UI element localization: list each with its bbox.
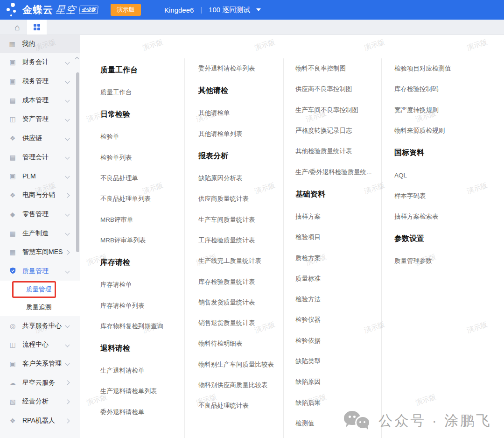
sidebar-subitem-quality-management-sub[interactable]: 质量管理 — [0, 281, 80, 298]
sidebar-item-label: 星空云服务 — [22, 379, 66, 387]
menu-column-4: 检验项目对应检测值库存检验控制码宽严度转换规则物料来源质检规则国标资料AQL样本… — [382, 58, 504, 438]
menu-item[interactable]: 不良品处理单列表 — [100, 189, 184, 209]
menu-item[interactable]: 物料来源质检规则 — [394, 120, 504, 141]
menu-item[interactable]: 供应商质量统计表 — [198, 189, 283, 209]
menu-item[interactable]: 生产线完工质量统计表 — [198, 251, 283, 271]
menu-item[interactable]: 库存检验控制码 — [394, 79, 504, 99]
menu-item[interactable]: 样本字码表 — [394, 185, 504, 206]
menu-item[interactable]: 生产退料请检单列表 — [100, 381, 184, 402]
menu-item[interactable]: 缺陷后果 — [295, 392, 381, 413]
menu-item[interactable]: AQL — [394, 165, 504, 185]
sidebar-item-business-analysis[interactable]: ▧经营分析 — [0, 392, 80, 411]
sidebar-item-finance-accounting[interactable]: ▣财务会计 — [0, 53, 80, 72]
menu-item[interactable]: 生产退料请检单 — [100, 360, 184, 381]
chevron-down-icon — [65, 136, 70, 141]
menu-item[interactable]: 供应商不良率控制图 — [295, 79, 381, 99]
analytics-chart-icon: ▧ — [9, 398, 16, 405]
menu-item[interactable]: 其他请检单列表 — [198, 124, 283, 144]
sidebar-item-label: 资产管理 — [22, 115, 66, 123]
sidebar-item-label: 质量管理 — [22, 267, 66, 276]
chevron-right-icon — [65, 418, 70, 423]
sidebar-item-retail-management[interactable]: ◆零售管理 — [0, 205, 80, 224]
menu-item[interactable]: 不良品处理单 — [100, 168, 184, 189]
menu-item[interactable]: 抽样方案检索表 — [394, 206, 504, 227]
menu-item[interactable]: 库存检验质量统计表 — [198, 271, 283, 292]
menu-item[interactable]: 委外退料请检单 — [100, 402, 184, 423]
menu-item[interactable]: 抽样方案 — [295, 206, 381, 227]
menu-item[interactable]: 物料不良率控制图 — [295, 58, 381, 79]
sidebar-item-tax-management[interactable]: ▣税务管理 — [0, 72, 80, 91]
cost-grid-icon: ▤ — [9, 97, 16, 104]
sidebar-subitem-quality-trace[interactable]: 质量追溯 — [0, 298, 80, 316]
menu-item[interactable]: 检验单列表 — [100, 148, 184, 168]
menu-item[interactable]: 不良品处理统计表 — [198, 396, 283, 416]
menu-item[interactable]: 生产/委外退料检验质量统... — [295, 162, 381, 182]
chevron-right-icon — [65, 399, 70, 404]
sidebar-item-label: 零售管理 — [22, 210, 66, 219]
shared-service-icon: ◎ — [9, 323, 16, 329]
menu-item[interactable]: 缺陷类型 — [295, 351, 381, 372]
organization-selector[interactable]: 100 逐同测试 — [209, 6, 250, 14]
tab-home[interactable]: ⌂ — [7, 20, 27, 35]
cloud-icon: ☁ — [9, 380, 16, 386]
menu-item[interactable]: MRB评审单 — [100, 209, 184, 230]
menu-item[interactable]: 检验项目对应检测值 — [394, 58, 504, 79]
menu-item[interactable]: 检验依据 — [295, 331, 381, 351]
menu-item[interactable]: 严格度转换记录日志 — [295, 120, 381, 141]
menu-item[interactable]: 库存物料复检到期查询 — [100, 316, 184, 337]
tab-all-menus[interactable] — [27, 20, 47, 35]
username-label[interactable]: Kingdee6 — [164, 6, 194, 14]
menu-item[interactable]: 生产车间不良率控制图 — [295, 100, 381, 120]
menu-item[interactable]: MRB评审单列表 — [100, 230, 184, 251]
menu-item[interactable]: 质量标准 — [295, 268, 381, 289]
sidebar-item-asset-management[interactable]: ◫资产管理 — [0, 110, 80, 129]
sidebar-item-supply-chain[interactable]: ❖供应链 — [0, 129, 80, 148]
sidebar-item-cost-management[interactable]: ▤成本管理 — [0, 91, 80, 110]
chevron-down-icon[interactable] — [256, 8, 261, 11]
sidebar-item-my[interactable]: ▦ 我的 — [0, 35, 80, 53]
menu-item[interactable]: 检验方法 — [295, 289, 381, 310]
sidebar-item-label: 客户关系管理 — [22, 360, 66, 368]
menu-item[interactable]: 销售退货质量统计表 — [198, 313, 283, 333]
my-grid-icon: ▦ — [8, 41, 16, 47]
menu-item[interactable]: 检验项目 — [295, 227, 381, 247]
menu-item[interactable]: 其他请检单 — [198, 103, 283, 123]
menu-column-1: 质量工作台质量工作台日常检验检验单检验单列表不良品处理单不良品处理单列表MRB评… — [80, 58, 185, 438]
mes-factory-icon: ▦ — [9, 249, 16, 255]
sidebar-scrollbar-thumb[interactable] — [76, 72, 79, 252]
sidebar-item-management-accounting[interactable]: ▤管理会计 — [0, 148, 80, 167]
menu-item[interactable]: 检验仪器 — [295, 310, 381, 330]
menu-item[interactable]: 库存请检单列表 — [100, 295, 184, 316]
sidebar-subitem-label: 质量追溯 — [26, 303, 80, 311]
sidebar-item-shared-service-center[interactable]: ◎共享服务中心 — [0, 316, 80, 335]
sidebar-item-process-center[interactable]: ◫流程中心 — [0, 335, 80, 354]
menu-item[interactable]: 其他检验质量统计表 — [295, 141, 381, 162]
menu-item[interactable]: 质检方案 — [295, 247, 381, 268]
sidebar-item-plm[interactable]: ▣PLM — [0, 167, 80, 186]
menu-item[interactable]: 物料待检明细表 — [198, 333, 283, 354]
sidebar-item-cloud-services[interactable]: ☁星空云服务 — [0, 373, 80, 392]
menu-group-header: 基础资料 — [295, 183, 381, 206]
menu-item[interactable]: 质量管理参数 — [394, 251, 504, 271]
menu-item[interactable]: 委外退料请检单列表 — [198, 58, 283, 79]
menu-item[interactable]: 检测值 — [295, 413, 381, 434]
sidebar-item-smart-workshop-mes[interactable]: ▦智慧车间MES — [0, 243, 80, 262]
sidebar-item-quality-management[interactable]: 质量管理 — [0, 262, 80, 281]
menu-item[interactable]: 物料别供应商质量比较表 — [198, 375, 283, 396]
menu-item[interactable]: 工序检验质量统计表 — [198, 230, 283, 251]
menu-item[interactable]: 缺陷原因 — [295, 372, 381, 392]
sidebar-item-ecommerce-distribution[interactable]: ❖电商与分销 — [0, 186, 80, 205]
menu-item[interactable]: 库存请检单 — [100, 275, 184, 295]
menu-item[interactable]: 销售发货质量统计表 — [198, 292, 283, 313]
sidebar-item-crm[interactable]: ▣客户关系管理 — [0, 354, 80, 374]
menu-item[interactable]: 缺陷原因分析表 — [198, 168, 283, 189]
menu-item[interactable]: 检验单 — [100, 127, 184, 147]
menu-item[interactable]: 生产车间质量统计表 — [198, 209, 283, 230]
menu-item[interactable]: 宽严度转换规则 — [394, 100, 504, 120]
menu-item[interactable]: 物料别生产车间质量比较表 — [198, 354, 283, 375]
ledger-book-icon: ▤ — [9, 154, 16, 161]
menu-item[interactable]: 质量工作台 — [100, 82, 184, 103]
sidebar-item-rpa-robot[interactable]: ❖RPA机器人 — [0, 411, 80, 431]
sidebar-item-production-manufacturing[interactable]: ▦生产制造 — [0, 224, 80, 243]
sidebar-item-label: 成本管理 — [22, 96, 66, 105]
